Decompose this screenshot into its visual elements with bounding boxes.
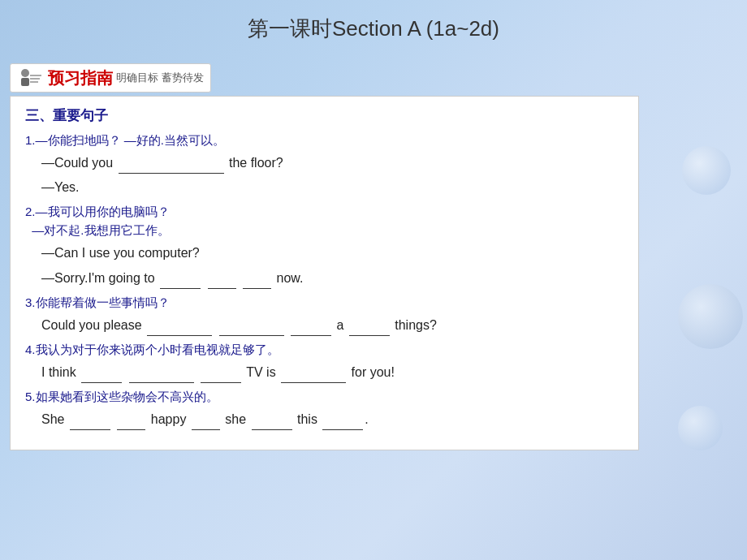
- blank-3-3: [291, 321, 331, 336]
- item-1: 1.—你能扫地吗？ —好的.当然可以。 —Could you the floor…: [25, 133, 624, 198]
- blank-4-1: [81, 368, 122, 383]
- preview-title-cn: 预习指南: [48, 67, 113, 89]
- preview-banner: 预习指南 明确目标 蓄势待发: [10, 63, 211, 93]
- blank-4-2: [129, 368, 194, 383]
- section-title: 三、重要句子: [25, 106, 624, 125]
- item-2-line-1: —Can I use you computer?: [41, 242, 624, 264]
- blank-3-4: [349, 321, 390, 336]
- item-5: 5.如果她看到这些杂物会不高兴的。 She happy she this .: [25, 390, 624, 430]
- svg-rect-3: [30, 78, 40, 80]
- blank-5-2: [117, 416, 145, 430]
- item-3-line-1: Could you please a things?: [41, 314, 624, 336]
- item-3: 3.你能帮着做一些事情吗？ Could you please a things?: [25, 295, 624, 336]
- blank-5-1: [70, 416, 110, 430]
- decorative-circle-1: [682, 146, 731, 195]
- item-5-line-1: She happy she this .: [41, 408, 624, 430]
- blank-2-1: [160, 274, 201, 289]
- blank-3-2: [219, 321, 284, 336]
- item-2: 2.—我可以用你的电脑吗？ —对不起.我想用它工作。 —Can I use yo…: [25, 205, 624, 288]
- item-1-line-1: —Could you the floor?: [41, 152, 624, 174]
- blank-5-5: [322, 416, 363, 430]
- item-1-line-2: —Yes.: [41, 176, 624, 198]
- blank-1-1: [119, 159, 224, 174]
- blank-4-4: [281, 368, 346, 383]
- decorative-circle-3: [678, 406, 723, 450]
- item-2-subheader: —对不起.我想用它工作。: [25, 223, 624, 239]
- page-title: 第一课时Section A (1a~2d): [0, 0, 747, 53]
- svg-rect-1: [21, 78, 29, 86]
- decorative-circle-2: [678, 284, 743, 349]
- item-2-header: 2.—我可以用你的电脑吗？: [25, 205, 624, 220]
- blank-4-3: [201, 368, 241, 383]
- blank-5-3: [192, 416, 220, 430]
- item-3-header: 3.你能帮着做一些事情吗？: [25, 295, 624, 311]
- item-2-line-2: —Sorry.I'm going to now.: [41, 267, 624, 289]
- blank-3-1: [147, 321, 212, 336]
- item-4-line-1: I think TV is for you!: [41, 361, 624, 383]
- svg-point-0: [21, 69, 29, 77]
- preview-icon: [17, 67, 43, 89]
- item-4-header: 4.我认为对于你来说两个小时看电视就足够了。: [25, 342, 624, 358]
- item-4: 4.我认为对于你来说两个小时看电视就足够了。 I think TV is for…: [25, 342, 624, 383]
- blank-5-4: [252, 416, 292, 430]
- blank-2-2: [208, 274, 236, 289]
- item-5-header: 5.如果她看到这些杂物会不高兴的。: [25, 390, 624, 405]
- blank-2-3: [243, 274, 271, 289]
- preview-subtitle: 明确目标 蓄势待发: [116, 71, 204, 85]
- svg-rect-2: [30, 75, 41, 76]
- content-card: 三、重要句子 1.—你能扫地吗？ —好的.当然可以。 —Could you th…: [10, 96, 639, 450]
- svg-rect-4: [30, 81, 38, 83]
- item-1-header: 1.—你能扫地吗？ —好的.当然可以。: [25, 133, 624, 149]
